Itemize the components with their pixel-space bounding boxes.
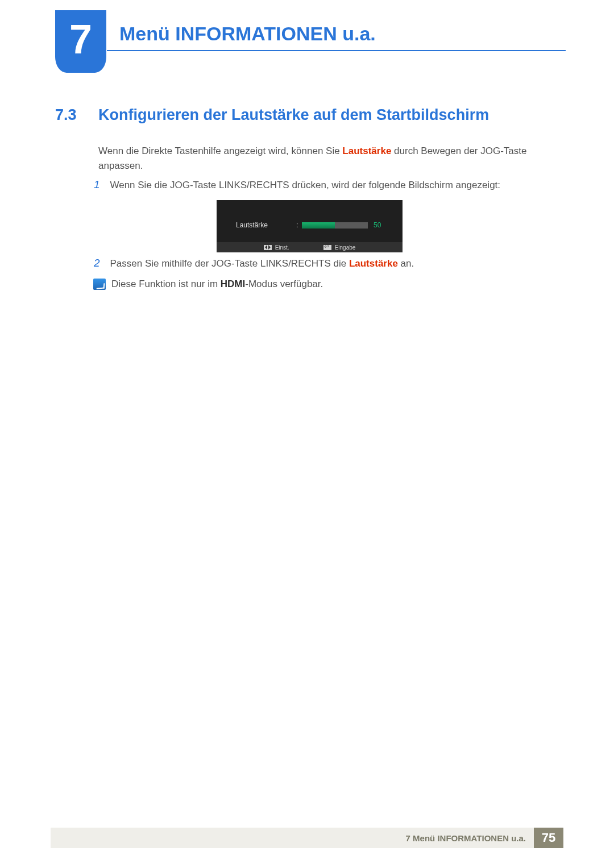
step-1-text: Wenn Sie die JOG-Taste LINKS/RECHTS drüc… <box>110 180 500 190</box>
intro-paragraph: Wenn die Direkte Tastenhilfe angezeigt w… <box>98 144 551 174</box>
step-2-pre: Passen Sie mithilfe der JOG-Taste LINKS/… <box>110 258 349 269</box>
footer-text: 7 Menü INFORMATIONEN u.a. <box>398 828 534 848</box>
note-highlight: HDMI <box>221 279 245 289</box>
note-icon <box>93 279 106 290</box>
intro-highlight: Lautstärke <box>342 146 391 156</box>
chapter-tab: 7 <box>55 10 106 73</box>
step-1: 1 Wenn Sie die JOG-Taste LINKS/RECHTS dr… <box>94 178 551 191</box>
osd-volume-panel: Lautstärke : 50 Einst. Eingabe <box>217 200 403 252</box>
section-title: Konfigurieren der Lautstärke auf dem Sta… <box>98 106 489 124</box>
footer-bar: 7 Menü INFORMATIONEN u.a. 75 <box>51 828 563 848</box>
intro-pre: Wenn die Direkte Tastenhilfe angezeigt w… <box>98 146 342 156</box>
note-text: Diese Funktion ist nur im HDMI-Modus ver… <box>111 279 323 290</box>
note-pre: Diese Funktion ist nur im <box>111 279 221 289</box>
osd-volume-fill <box>302 222 335 229</box>
osd-enter-text: Eingabe <box>335 244 356 251</box>
footer-page-number: 75 <box>534 828 563 848</box>
chapter-title: Menü INFORMATIONEN u.a. <box>119 23 376 45</box>
osd-adjust-text: Einst. <box>275 244 289 251</box>
chapter-rule <box>107 50 566 51</box>
enter-icon <box>323 245 331 250</box>
step-2: 2 Passen Sie mithilfe der JOG-Taste LINK… <box>94 257 551 269</box>
step-2-post: an. <box>398 258 414 269</box>
note-row: Diese Funktion ist nur im HDMI-Modus ver… <box>93 279 323 290</box>
left-right-icon <box>264 245 272 250</box>
osd-label: Lautstärke <box>236 221 268 229</box>
step-2-number: 2 <box>94 257 107 269</box>
osd-footer: Einst. Eingabe <box>217 242 403 252</box>
osd-value: 50 <box>374 221 381 229</box>
osd-volume-bar <box>302 222 368 229</box>
osd-enter-hint: Eingabe <box>323 244 356 251</box>
step-2-highlight: Lautstärke <box>349 258 398 269</box>
osd-colon: : <box>296 221 298 229</box>
step-2-text: Passen Sie mithilfe der JOG-Taste LINKS/… <box>110 258 414 269</box>
osd-adjust-hint: Einst. <box>264 244 289 251</box>
chapter-number: 7 <box>69 19 92 60</box>
step-1-number: 1 <box>94 178 107 191</box>
section-number: 7.3 <box>55 106 77 124</box>
note-post: -Modus verfügbar. <box>245 279 323 289</box>
